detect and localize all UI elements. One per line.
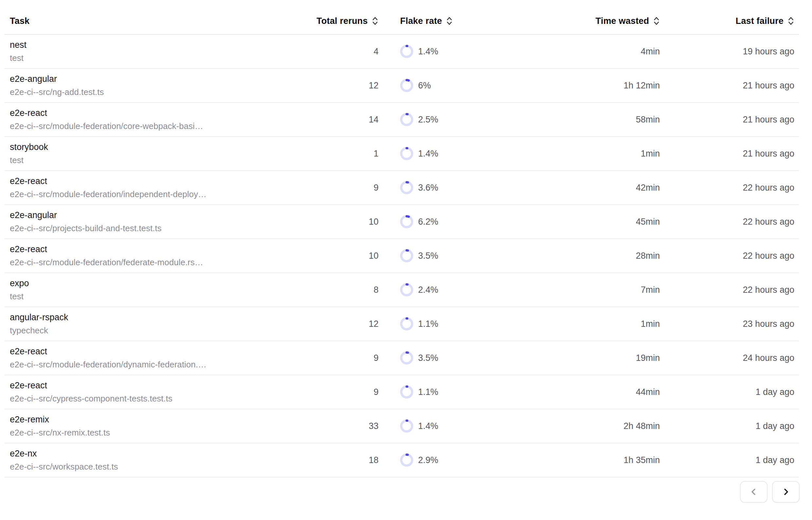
flake-rate-ring-icon [400, 79, 413, 92]
task-name: e2e-react [10, 176, 314, 186]
last-failure-value: 1 day ago [660, 421, 794, 431]
last-failure-value: 1 day ago [660, 387, 794, 397]
task-cell: e2e-react e2e-ci--src/module-federation/… [10, 346, 314, 370]
column-header-last-failure[interactable]: Last failure [660, 16, 794, 26]
time-wasted-value: 19min [542, 353, 660, 363]
flake-rate-ring-icon [400, 45, 413, 58]
table-row[interactable]: expo test 8 2.4% 7min 22 hours ago [5, 273, 799, 307]
column-label: Last failure [736, 16, 784, 26]
table-row[interactable]: e2e-nx e2e-ci--src/workspace.test.ts 18 … [5, 443, 799, 477]
column-header-time-wasted[interactable]: Time wasted [542, 16, 660, 26]
table-header: Task Total reruns Flake rate Time wasted [5, 0, 799, 35]
flake-rate-cell: 2.5% [379, 113, 542, 126]
flake-rate-value: 3.6% [418, 183, 439, 193]
flake-rate-cell: 3.6% [379, 181, 542, 194]
flake-rate-ring-icon [400, 147, 413, 160]
flake-rate-value: 3.5% [418, 251, 439, 261]
total-reruns-value: 12 [314, 319, 379, 329]
flake-rate-ring-icon [400, 249, 413, 262]
task-name: e2e-angular [10, 74, 314, 84]
task-target: e2e-ci--src/module-federation/independen… [10, 189, 314, 200]
table-row[interactable]: e2e-react e2e-ci--src/module-federation/… [5, 239, 799, 273]
time-wasted-value: 28min [542, 251, 660, 261]
task-cell: e2e-nx e2e-ci--src/workspace.test.ts [10, 448, 314, 472]
chevron-left-icon [750, 488, 758, 496]
column-label: Total reruns [317, 16, 368, 26]
column-header-total-reruns[interactable]: Total reruns [314, 16, 379, 26]
flake-rate-value: 6.2% [418, 217, 439, 227]
flake-rate-cell: 2.9% [379, 453, 542, 467]
task-target: e2e-ci--src/module-federation/dynamic-fe… [10, 360, 314, 370]
column-header-flake-rate[interactable]: Flake rate [379, 16, 542, 26]
table-row[interactable]: storybook test 1 1.4% 1min 21 hours ago [5, 137, 799, 171]
time-wasted-value: 7min [542, 285, 660, 295]
flake-rate-cell: 3.5% [379, 352, 542, 364]
time-wasted-value: 58min [542, 114, 660, 125]
flake-rate-ring-icon [400, 453, 413, 467]
time-wasted-value: 1min [542, 319, 660, 329]
previous-page-button[interactable] [740, 481, 767, 503]
sort-icon[interactable] [653, 16, 660, 26]
flaky-tasks-table: Task Total reruns Flake rate Time wasted [5, 0, 799, 477]
task-name: e2e-react [10, 108, 314, 118]
time-wasted-value: 45min [542, 217, 660, 227]
flake-rate-cell: 1.4% [379, 45, 542, 58]
column-header-task: Task [10, 16, 314, 26]
task-cell: e2e-angular e2e-ci--src/ng-add.test.ts [10, 74, 314, 97]
table-row[interactable]: e2e-remix e2e-ci--src/nx-remix.test.ts 3… [5, 409, 799, 443]
table-body: nest test 4 1.4% 4min 19 hours ago e2e-a… [5, 35, 799, 477]
task-target: e2e-ci--src/cypress-component-tests.test… [10, 394, 314, 404]
table-row[interactable]: e2e-angular e2e-ci--src/ng-add.test.ts 1… [5, 69, 799, 103]
last-failure-value: 21 hours ago [660, 149, 794, 159]
task-target: test [10, 291, 314, 302]
flake-rate-value: 1.4% [418, 149, 439, 159]
flake-rate-cell: 1.4% [379, 419, 542, 433]
sort-icon[interactable] [446, 16, 453, 26]
table-row[interactable]: angular-rspack typecheck 12 1.1% 1min 23… [5, 307, 799, 341]
table-row[interactable]: e2e-react e2e-ci--src/cypress-component-… [5, 375, 799, 409]
last-failure-value: 22 hours ago [660, 217, 794, 227]
flake-rate-ring-icon [400, 113, 413, 126]
task-name: storybook [10, 142, 314, 152]
task-target: e2e-ci--src/workspace.test.ts [10, 462, 314, 472]
task-cell: e2e-react e2e-ci--src/module-federation/… [10, 244, 314, 267]
total-reruns-value: 33 [314, 421, 379, 431]
column-label: Task [10, 16, 29, 26]
table-row[interactable]: e2e-react e2e-ci--src/module-federation/… [5, 103, 799, 137]
time-wasted-value: 1h 35min [542, 455, 660, 465]
task-name: e2e-react [10, 244, 314, 255]
task-name: e2e-angular [10, 210, 314, 220]
total-reruns-value: 14 [314, 114, 379, 125]
sort-icon[interactable] [787, 16, 794, 26]
flake-rate-cell: 6% [379, 79, 542, 92]
flake-rate-value: 2.9% [418, 455, 439, 465]
time-wasted-value: 44min [542, 387, 660, 397]
sort-icon[interactable] [372, 16, 379, 26]
task-name: expo [10, 278, 314, 288]
flake-rate-cell: 1.4% [379, 147, 542, 160]
table-row[interactable]: e2e-react e2e-ci--src/module-federation/… [5, 341, 799, 375]
next-page-button[interactable] [772, 481, 800, 503]
flake-rate-ring-icon [400, 283, 413, 296]
table-row[interactable]: e2e-angular e2e-ci--src/projects-build-a… [5, 205, 799, 239]
task-name: e2e-remix [10, 414, 314, 425]
flake-rate-value: 1.1% [418, 319, 439, 329]
flake-rate-ring-icon [400, 181, 413, 194]
total-reruns-value: 10 [314, 217, 379, 227]
chevron-right-icon [782, 488, 790, 496]
last-failure-value: 22 hours ago [660, 183, 794, 193]
table-row[interactable]: nest test 4 1.4% 4min 19 hours ago [5, 35, 799, 69]
table-row[interactable]: e2e-react e2e-ci--src/module-federation/… [5, 171, 799, 205]
task-target: typecheck [10, 326, 314, 336]
flake-rate-ring-icon [400, 385, 413, 398]
flake-rate-ring-icon [400, 419, 413, 433]
task-name: e2e-react [10, 346, 314, 357]
task-cell: nest test [10, 40, 314, 63]
flake-rate-value: 1.4% [418, 47, 439, 57]
flake-rate-value: 6% [418, 81, 431, 91]
total-reruns-value: 8 [314, 285, 379, 295]
column-label: Flake rate [400, 16, 442, 26]
last-failure-value: 22 hours ago [660, 251, 794, 261]
task-cell: e2e-react e2e-ci--src/cypress-component-… [10, 380, 314, 404]
total-reruns-value: 9 [314, 183, 379, 193]
